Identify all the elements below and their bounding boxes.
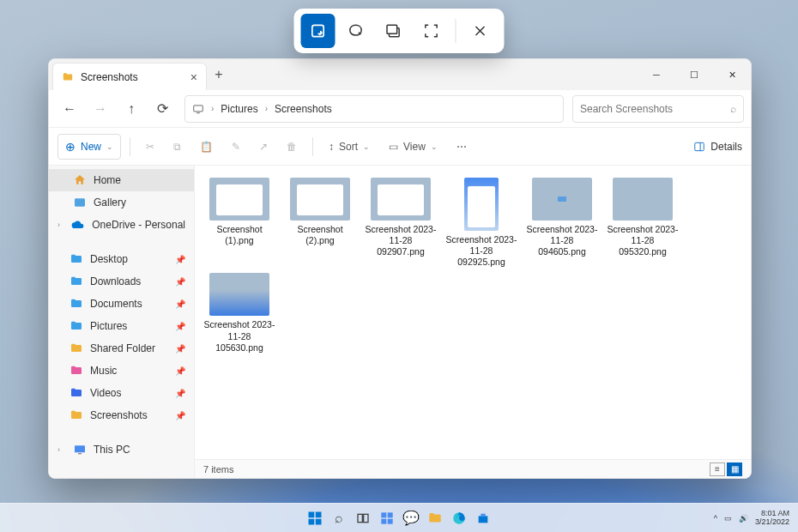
- clock[interactable]: 8:01 AM 3/21/2022: [755, 510, 789, 527]
- details-pane-button[interactable]: Details: [693, 141, 742, 153]
- thumbnail: [532, 178, 592, 221]
- file-item[interactable]: Screenshot 2023-11-28 105630.png: [203, 273, 275, 353]
- sort-button[interactable]: ↕ Sort ⌄: [322, 134, 377, 160]
- thumbnail: [371, 178, 431, 221]
- tab-strip: Screenshots × + ─ ☐ ✕: [49, 59, 751, 90]
- back-button[interactable]: ←: [56, 95, 83, 123]
- sidebar-item-videos[interactable]: Videos📌: [49, 382, 194, 404]
- svg-rect-10: [316, 511, 322, 517]
- monitor-icon: [192, 103, 204, 115]
- sidebar-item-onedrive---personal[interactable]: ›OneDrive - Personal: [49, 214, 194, 236]
- thumbnail: [613, 178, 673, 221]
- folder-icon: [70, 386, 83, 400]
- copy-button[interactable]: ⧉: [166, 134, 188, 160]
- file-item[interactable]: Screenshot 2023-11-28 092925.png: [445, 178, 517, 268]
- maximize-button[interactable]: ☐: [675, 61, 713, 88]
- taskview-button[interactable]: [354, 509, 372, 528]
- folder-icon: [70, 252, 83, 266]
- tray-network-icon[interactable]: ▭: [724, 514, 732, 523]
- refresh-button[interactable]: ⟳: [148, 95, 176, 123]
- file-name: Screenshot (2).png: [284, 224, 356, 246]
- paste-button[interactable]: 📋: [193, 134, 220, 160]
- taskbar-center: ⌕ 💬: [305, 509, 493, 528]
- search-input[interactable]: [580, 103, 723, 115]
- file-item[interactable]: Screenshot 2023-11-28 092907.png: [365, 178, 437, 268]
- pin-icon: 📌: [175, 277, 185, 287]
- file-item[interactable]: Screenshot 2023-11-28 095320.png: [607, 178, 679, 268]
- svg-rect-6: [75, 198, 85, 206]
- sidebar-item-downloads[interactable]: Downloads📌: [49, 270, 194, 293]
- sidebar-item-music[interactable]: Music📌: [49, 360, 194, 382]
- file-item[interactable]: Screenshot 2023-11-28 094605.png: [526, 178, 598, 268]
- search-button[interactable]: ⌕: [329, 509, 348, 528]
- sidebar-item-pictures[interactable]: Pictures📌: [49, 315, 194, 337]
- rename-button[interactable]: ✎: [225, 134, 247, 160]
- sidebar-item-desktop[interactable]: Desktop📌: [49, 248, 194, 270]
- file-item[interactable]: Screenshot (1).png: [203, 178, 275, 268]
- svg-rect-4: [695, 142, 704, 150]
- snip-close-button[interactable]: [463, 14, 498, 48]
- snip-fullscreen-button[interactable]: [414, 14, 449, 48]
- sidebar-item-gallery[interactable]: Gallery: [49, 191, 194, 214]
- view-button[interactable]: ▭ View ⌄: [382, 134, 444, 160]
- file-name: Screenshot 2023-11-28 094605.png: [526, 224, 598, 257]
- tray-chevron-icon[interactable]: ^: [714, 514, 717, 523]
- svg-rect-7: [75, 445, 85, 452]
- delete-button[interactable]: 🗑: [280, 134, 304, 160]
- icon-view-toggle[interactable]: ▦: [727, 462, 742, 476]
- more-button[interactable]: ⋯: [450, 134, 474, 160]
- sidebar-item-shared-folder[interactable]: Shared Folder📌: [49, 337, 194, 360]
- tray-volume-icon[interactable]: 🔊: [739, 514, 748, 523]
- snip-freeform-button[interactable]: [339, 14, 373, 48]
- chevron-icon: ›: [57, 221, 64, 229]
- sidebar-item-documents[interactable]: Documents📌: [49, 293, 194, 315]
- breadcrumb-item[interactable]: Screenshots: [275, 103, 332, 115]
- thumbnail: [209, 178, 269, 221]
- file-name: Screenshot 2023-11-28 105630.png: [203, 319, 275, 353]
- details-icon: [693, 141, 705, 153]
- pin-icon: 📌: [175, 366, 185, 376]
- file-grid: Screenshot (1).pngScreenshot (2).pngScre…: [195, 166, 751, 459]
- snip-window-button[interactable]: [377, 14, 411, 48]
- minimize-button[interactable]: ─: [638, 61, 675, 88]
- new-button[interactable]: ⊕ New ⌄: [57, 134, 121, 160]
- snip-rectangle-button[interactable]: [301, 14, 336, 48]
- tab-screenshots[interactable]: Screenshots ×: [52, 63, 207, 90]
- cut-button[interactable]: ✂: [139, 134, 161, 160]
- tab-close-icon[interactable]: ×: [190, 70, 197, 84]
- forward-button[interactable]: →: [87, 95, 114, 123]
- new-tab-button[interactable]: +: [207, 67, 231, 82]
- breadcrumb[interactable]: › Pictures › Screenshots: [184, 95, 564, 123]
- widgets-button[interactable]: [378, 509, 396, 528]
- svg-rect-16: [388, 512, 393, 517]
- breadcrumb-item[interactable]: Pictures: [221, 103, 257, 115]
- edge-taskbar-icon[interactable]: [450, 509, 469, 528]
- svg-rect-9: [309, 511, 315, 517]
- file-name: Screenshot 2023-11-28 092925.png: [445, 234, 517, 268]
- separator: [456, 19, 456, 43]
- sidebar-item-screenshots[interactable]: Screenshots📌: [49, 404, 194, 426]
- search-icon: ⌕: [730, 103, 736, 115]
- thumbnail: [290, 178, 350, 221]
- sidebar-item-home[interactable]: Home: [49, 169, 194, 191]
- pin-icon: 📌: [175, 389, 185, 398]
- explorer-taskbar-icon[interactable]: [426, 509, 444, 528]
- svg-rect-15: [381, 512, 386, 517]
- start-button[interactable]: [305, 509, 324, 528]
- search-box[interactable]: ⌕: [572, 95, 744, 123]
- close-button[interactable]: ✕: [713, 61, 751, 88]
- chat-button[interactable]: 💬: [402, 509, 420, 528]
- sidebar-item-this-pc[interactable]: ›This PC: [49, 438, 194, 461]
- file-item[interactable]: Screenshot (2).png: [284, 178, 356, 268]
- svg-rect-17: [381, 518, 386, 523]
- snipping-toolbar: [294, 9, 505, 53]
- chevron-icon: ›: [57, 445, 66, 454]
- share-button[interactable]: ↗: [252, 134, 275, 160]
- svg-rect-3: [194, 105, 203, 111]
- svg-rect-11: [309, 518, 315, 524]
- up-button[interactable]: ↑: [118, 95, 145, 123]
- status-bar: 7 items ≡ ▦: [195, 459, 751, 478]
- list-view-toggle[interactable]: ≡: [710, 462, 725, 476]
- navigation-bar: ← → ↑ ⟳ › Pictures › Screenshots ⌕: [49, 90, 751, 128]
- store-taskbar-icon[interactable]: [474, 509, 493, 528]
